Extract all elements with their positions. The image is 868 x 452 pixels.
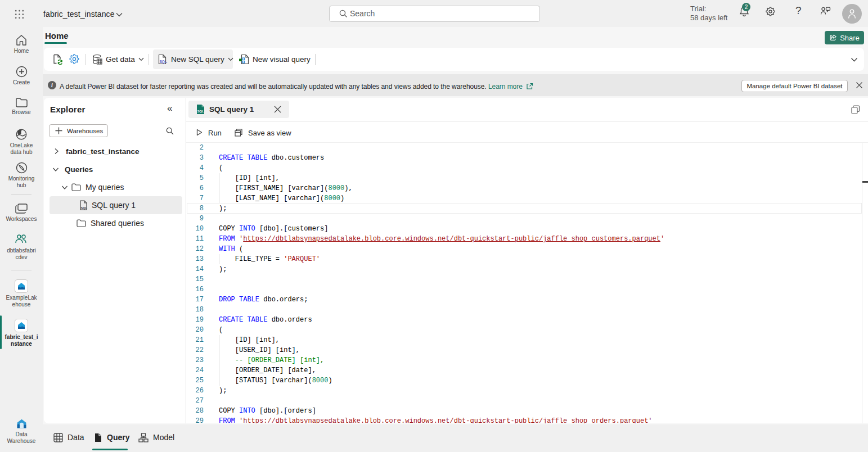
svg-text:SQL: SQL [81, 206, 88, 210]
svg-text:SQL: SQL [197, 110, 204, 113]
svg-text:SQL: SQL [160, 60, 167, 64]
